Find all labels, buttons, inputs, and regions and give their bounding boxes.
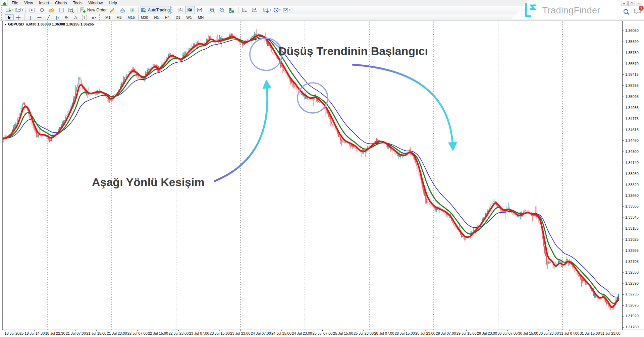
price-tick-label: 1.33505 (625, 204, 643, 208)
timeframe-mn-button[interactable]: MN (196, 15, 206, 20)
price-tick-label: 1.33980 (625, 172, 643, 176)
text-label-icon: T (83, 15, 87, 20)
close-button[interactable]: × (636, 1, 642, 6)
toolbar-separator (238, 7, 238, 13)
dropdown-arrow-icon: ▾ (279, 9, 281, 11)
menu-help[interactable]: Help (106, 0, 120, 6)
metaeditor-button[interactable] (108, 6, 117, 14)
auto-scroll-button[interactable] (240, 6, 250, 14)
tile-windows-button[interactable] (227, 6, 237, 14)
fast-ma-line (4, 35, 619, 307)
crosshair-icon (16, 15, 20, 20)
publisher-button[interactable] (117, 6, 127, 14)
strategy-tester-button[interactable] (66, 6, 76, 14)
menu-tools[interactable]: Tools (70, 0, 86, 6)
new-chart-button[interactable]: ▾ (5, 6, 14, 14)
navigator-button[interactable] (47, 6, 56, 14)
toolbar-grip[interactable] (1, 14, 3, 20)
menu-window[interactable]: Window (86, 0, 106, 6)
terminal-button[interactable] (56, 6, 66, 14)
timeframe-h4-button[interactable]: H4 (162, 15, 172, 20)
toolbar-separator (261, 7, 261, 13)
menu-file[interactable]: File (9, 0, 21, 6)
timeframe-m15-button[interactable]: M15 (125, 15, 137, 20)
toolbar-separator (25, 7, 26, 13)
fibonacci-button[interactable]: ≡F (62, 14, 71, 20)
indicators-button[interactable]: ▾ (262, 6, 272, 14)
new-order-label: New Order (87, 8, 107, 12)
toolbar-grip[interactable] (1, 7, 3, 13)
search-icon[interactable] (623, 9, 630, 15)
menu-charts[interactable]: Charts (52, 0, 70, 6)
timeframe-m5-button[interactable]: M5 (114, 15, 124, 20)
mt4-window: { "menu": { "items": ["File", "View", "I… (0, 0, 644, 337)
time-tick-label: 31 Jul 23:00 (597, 331, 624, 335)
price-tick-label: 1.32390 (625, 281, 643, 285)
vertical-line-button[interactable]: | (26, 14, 35, 20)
autotrading-label: AutoTrading (148, 8, 170, 12)
menu-insert[interactable]: Insert (36, 0, 52, 6)
chart-symbol-label[interactable]: ▼GBPUSD_o,M30 1.36308 1.36308 1.36255 1.… (4, 22, 94, 26)
annotation-arrow-2 (353, 65, 453, 146)
candlestick-chart-icon (187, 7, 193, 13)
timeframe-w1-button[interactable]: W1 (184, 15, 195, 20)
watermark: TradingFinder (524, 3, 600, 18)
bar-chart-icon (177, 7, 183, 13)
candlestick-chart-button[interactable] (185, 6, 195, 14)
timeframe-h1-button[interactable]: H1 (152, 15, 161, 20)
app-icon (1, 0, 7, 6)
chat-button[interactable]: 1 (634, 8, 641, 16)
price-tick-label: 1.34935 (625, 106, 643, 110)
metaeditor-icon (110, 8, 115, 13)
price-tick-label: 1.33345 (625, 215, 643, 219)
cursor-button[interactable] (5, 14, 14, 20)
chart-shift-button[interactable] (250, 6, 259, 14)
price-tick-label: 1.34775 (625, 117, 643, 121)
timeframe-m1-button[interactable]: M1 (103, 15, 113, 20)
data-window-icon (39, 8, 45, 13)
trendline-button[interactable]: ╱ (44, 14, 53, 20)
new-order-button[interactable]: New Order (79, 6, 108, 14)
horizontal-line-icon: — (38, 15, 42, 20)
publisher-icon (119, 8, 125, 13)
toolbar-separator (24, 14, 24, 21)
text-button[interactable]: A (71, 14, 80, 20)
price-tick-label: 1.32865 (625, 248, 643, 252)
bar-chart-button[interactable] (175, 6, 185, 14)
equidistant-channel-button[interactable]: ∥E (53, 14, 62, 20)
dropdown-arrow-icon: ▾ (95, 16, 96, 19)
templates-button[interactable]: ▾ (282, 6, 291, 14)
periods-button[interactable]: ▾ (272, 6, 282, 14)
toolbar-separator (77, 7, 77, 13)
timeframe-d1-button[interactable]: D1 (173, 15, 183, 20)
price-tick-label: 1.34615 (625, 128, 643, 132)
navigator-icon (49, 8, 54, 13)
crosshair-button[interactable] (14, 14, 23, 20)
notification-badge: 1 (639, 6, 644, 11)
dropdown-arrow-icon: ▾ (22, 9, 23, 11)
new-chart-icon (6, 8, 11, 13)
arrows-button[interactable]: ◆▾ (89, 14, 98, 20)
horizontal-line-button[interactable]: — (35, 14, 44, 20)
toolbar-grip[interactable] (171, 7, 174, 13)
zoom-in-button[interactable] (208, 6, 217, 14)
restore-button[interactable]: □ (628, 1, 635, 6)
text-label-button[interactable]: T (80, 14, 89, 20)
minimize-button[interactable]: – (621, 1, 628, 6)
text-icon: A (74, 15, 77, 20)
price-tick-label: 1.32705 (625, 260, 643, 264)
data-window-button[interactable] (37, 6, 47, 14)
timeframe-m30-button[interactable]: M30 (139, 15, 150, 20)
autotrading-button[interactable]: AutoTrading (140, 6, 171, 14)
watermark-brand-text: TradingFinder (542, 5, 600, 16)
zoom-out-button[interactable] (217, 6, 227, 14)
menu-view[interactable]: View (21, 0, 36, 6)
price-tick-label: 1.31760 (625, 325, 643, 329)
market-watch-button[interactable] (27, 6, 37, 14)
toolbar-grip[interactable] (99, 14, 102, 20)
broadcast-button[interactable] (127, 6, 137, 14)
line-chart-button[interactable] (195, 6, 205, 14)
trading-finder-logo-icon (524, 3, 539, 18)
profiles-button[interactable]: ▾ (14, 6, 24, 14)
highlight-circle-1 (250, 38, 282, 70)
